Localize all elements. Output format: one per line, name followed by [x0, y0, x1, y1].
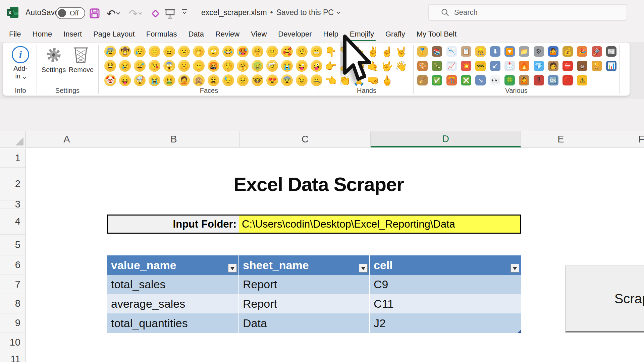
various-emoji[interactable]: ⬇ [488, 44, 502, 59]
various-emoji[interactable]: ⛔ [560, 59, 575, 73]
tab-developer[interactable]: Developer [272, 27, 317, 42]
hand-emoji[interactable]: 🤘 [394, 44, 408, 59]
hand-emoji[interactable]: ☝ [380, 44, 394, 59]
tab-review[interactable]: Review [210, 27, 245, 42]
table-cell[interactable]: total_quantities [107, 313, 239, 333]
table-cell[interactable]: average_sales [107, 294, 239, 313]
filter-dropdown-button[interactable] [511, 264, 519, 273]
table-cell[interactable]: Data [239, 313, 370, 333]
hand-emoji[interactable]: 👏 [338, 73, 352, 87]
hand-emoji[interactable]: ✌ [366, 44, 380, 59]
various-emoji[interactable]: 📊 [604, 59, 619, 73]
various-emoji[interactable]: 🙆 [517, 73, 531, 87]
face-emoji[interactable]: 😜 [294, 59, 309, 73]
column-header-C[interactable]: C [240, 131, 371, 147]
tab-grafly[interactable]: Grafly [380, 27, 411, 42]
face-emoji[interactable]: 😝 [118, 73, 132, 87]
face-emoji[interactable]: 😐 [265, 44, 280, 59]
various-emoji[interactable]: 🤷 [546, 44, 560, 59]
tab-data[interactable]: Data [182, 27, 209, 42]
hand-emoji[interactable]: 🖕 [380, 73, 394, 87]
tab-view[interactable]: View [245, 27, 272, 42]
hand-emoji[interactable]: 👉 [324, 59, 338, 73]
various-emoji[interactable]: 📩 [502, 59, 517, 73]
various-emoji[interactable]: ❎ [459, 73, 473, 87]
input-folder-path[interactable]: C:\Users\codin\Desktop\Excel_Reporting\D… [239, 216, 520, 233]
various-emoji[interactable]: 🔥 [517, 59, 531, 73]
various-emoji[interactable]: ⚠ [575, 73, 589, 87]
hand-emoji[interactable]: 👆 [352, 44, 366, 59]
various-emoji[interactable]: 🎖 [531, 73, 546, 87]
face-emoji[interactable]: 😬 [309, 44, 324, 59]
face-emoji[interactable]: 🤬 [206, 59, 221, 73]
various-emoji[interactable]: 💰 [560, 44, 575, 59]
table-cell[interactable]: Report [239, 275, 370, 294]
face-emoji[interactable]: 🤗 [250, 44, 265, 59]
row-header-1[interactable]: 1 [0, 148, 26, 168]
save-icon[interactable] [89, 7, 101, 19]
various-emoji[interactable]: 📰 [604, 44, 619, 59]
face-emoji[interactable]: 😖 [162, 44, 177, 59]
various-emoji[interactable]: 📉 [444, 44, 459, 59]
hand-emoji[interactable]: 👍 [338, 59, 352, 73]
face-emoji[interactable]: 😶 [191, 59, 206, 73]
row-header-6[interactable]: 6 [0, 255, 26, 275]
search-input[interactable]: Search [428, 4, 627, 21]
tab-formulas[interactable]: Formulas [141, 27, 183, 42]
table-cell[interactable]: total_sales [107, 275, 239, 294]
tab-page-layout[interactable]: Page Layout [88, 27, 141, 42]
face-emoji[interactable]: 😥 [132, 44, 147, 59]
face-emoji[interactable]: 🤓 [250, 73, 265, 87]
face-emoji[interactable]: 🤭 [191, 44, 206, 59]
various-emoji[interactable]: ↙ [488, 59, 502, 73]
hand-emoji[interactable]: 🙏 [352, 73, 366, 87]
tab-insert[interactable]: Insert [58, 27, 88, 42]
face-emoji[interactable]: 🤥 [221, 59, 235, 73]
table-cell[interactable]: C9 [370, 275, 521, 294]
hand-emoji[interactable]: 👎 [338, 44, 352, 59]
row-header-7[interactable]: 7 [0, 275, 26, 294]
various-emoji[interactable]: 👷 [473, 44, 488, 59]
row-header-9[interactable]: 9 [0, 313, 26, 333]
various-emoji[interactable]: 🚫 [560, 73, 575, 87]
addin-button[interactable]: Add- in [5, 65, 36, 80]
tab-help[interactable]: Help [318, 27, 344, 42]
face-emoji[interactable]: 🤯 [132, 73, 147, 87]
face-emoji[interactable]: 😣 [235, 73, 250, 87]
face-emoji[interactable]: 🥰 [280, 44, 294, 59]
face-emoji[interactable]: 😩 [206, 73, 221, 87]
various-emoji[interactable]: ⚙ [531, 44, 546, 59]
hand-emoji[interactable]: 👋 [394, 59, 408, 73]
face-emoji[interactable]: 🤠 [118, 44, 132, 59]
tab-file[interactable]: File [3, 27, 26, 42]
row-header-5[interactable]: 5 [0, 235, 26, 255]
various-emoji[interactable]: 🧑 [546, 59, 560, 73]
row-header-3[interactable]: 3 [0, 200, 26, 208]
table-cell[interactable]: C11 [370, 294, 521, 313]
row-header-10[interactable]: 10 [0, 333, 26, 352]
face-emoji[interactable]: 😉 [294, 73, 309, 87]
various-emoji[interactable]: 📁 [517, 44, 531, 59]
face-emoji[interactable]: 🤢 [250, 59, 265, 73]
face-emoji[interactable]: 😘 [147, 59, 162, 73]
screen-icon[interactable] [164, 7, 176, 19]
table-cell[interactable]: Report [239, 294, 370, 313]
row-header-8[interactable]: 8 [0, 294, 26, 313]
face-emoji[interactable]: 😂 [221, 44, 235, 59]
tab-emojify[interactable]: Emojify [344, 27, 380, 42]
hand-emoji[interactable]: 🤙 [366, 59, 380, 73]
face-emoji[interactable]: 😓 [221, 73, 235, 87]
face-emoji[interactable]: 😑 [147, 44, 162, 59]
face-emoji[interactable]: 😨 [280, 73, 294, 87]
various-emoji[interactable]: 🏆 [590, 59, 604, 73]
row-header-2[interactable]: 2 [0, 168, 26, 200]
face-emoji[interactable]: 🥵 [235, 44, 250, 59]
hand-emoji[interactable]: 🤜 [366, 73, 380, 87]
face-emoji[interactable]: 😫 [103, 59, 118, 73]
face-emoji[interactable]: 🤫 [176, 59, 191, 73]
filter-dropdown-button[interactable] [228, 264, 237, 273]
face-emoji[interactable]: 🤕 [265, 59, 280, 73]
hand-emoji[interactable]: 🤟 [380, 59, 394, 73]
face-emoji[interactable]: 😕 [176, 44, 191, 59]
filter-dropdown-button[interactable] [359, 264, 368, 273]
